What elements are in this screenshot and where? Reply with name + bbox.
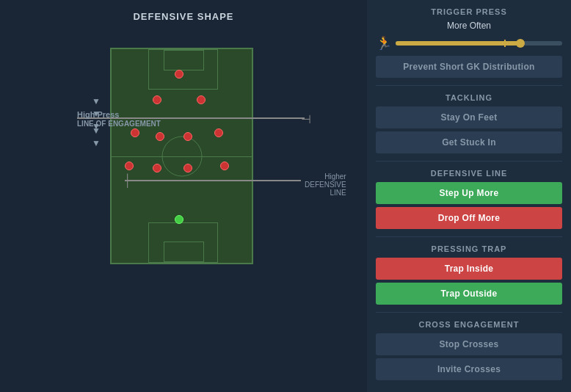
player-dot	[214, 128, 223, 137]
drop-off-more-btn[interactable]: Drop Off More	[376, 207, 562, 229]
field-container: ▼ ▼ ▼ ▼ ▼ ⊣ ├ High Press LINE OF ENGAGEM…	[51, 29, 316, 279]
player-dot	[183, 164, 192, 173]
slider-tick	[504, 40, 506, 47]
defensive-line-label: Higher DEFENSIVE LINE	[305, 173, 346, 197]
tackling-section: TACKLING Stay On Feet Get Stuck In	[376, 93, 562, 153]
prevent-short-gk-btn[interactable]: Prevent Short GK Distribution	[376, 56, 562, 78]
slider-thumb[interactable]	[516, 39, 525, 48]
trigger-press-title: TRIGGER PRESS	[376, 7, 562, 16]
player-dot	[125, 161, 134, 170]
left-title: DEFENSIVE SHAPE	[133, 11, 233, 22]
defensive-line	[125, 180, 301, 181]
goalkeeper-dot	[175, 215, 183, 224]
left-panel: DEFENSIVE SHAPE	[0, 0, 367, 392]
player-dot	[183, 132, 192, 141]
defensive-line-section: DEFENSIVE LINE Step Up More Drop Off Mor…	[376, 169, 562, 229]
player-dot	[175, 70, 183, 79]
player-dot	[197, 95, 206, 104]
slider-track[interactable]	[396, 41, 562, 46]
trigger-press-slider-container[interactable]: 🏃	[376, 34, 562, 53]
trap-outside-btn[interactable]: Trap Outside	[376, 283, 562, 305]
tick-left: ├	[123, 174, 131, 187]
cross-engagement-title: CROSS ENGAGEMENT	[376, 320, 562, 329]
player-dot	[153, 164, 161, 173]
runner-icon: 🏃	[376, 35, 392, 51]
tick-right: ⊣	[301, 112, 311, 126]
trigger-press-subtitle: More Often	[376, 21, 562, 31]
defensive-line-title: DEFENSIVE LINE	[376, 169, 562, 178]
trap-inside-btn[interactable]: Trap Inside	[376, 258, 562, 280]
high-press-label: High Press LINE OF ENGAGEMENT	[77, 110, 161, 128]
invite-crosses-btn[interactable]: Invite Crosses	[376, 358, 562, 380]
slider-fill	[396, 41, 520, 46]
pressing-trap-title: PRESSING TRAP	[376, 244, 562, 253]
cross-engagement-section: CROSS ENGAGEMENT Stop Crosses Invite Cro…	[376, 320, 562, 380]
pressing-trap-section: PRESSING TRAP Trap Inside Trap Outside	[376, 244, 562, 305]
step-up-more-btn[interactable]: Step Up More	[376, 182, 562, 204]
divider-4	[376, 312, 562, 313]
right-panel: TRIGGER PRESS More Often 🏃 Prevent Short…	[367, 0, 571, 392]
divider-2	[376, 161, 562, 161]
get-stuck-in-btn[interactable]: Get Stuck In	[376, 131, 562, 153]
stop-crosses-btn[interactable]: Stop Crosses	[376, 333, 562, 355]
player-dot	[153, 95, 161, 104]
player-dot	[220, 161, 229, 170]
direction-arrows-2: ▼ ▼	[92, 125, 101, 150]
divider-3	[376, 236, 562, 237]
player-dot	[131, 128, 139, 137]
trigger-press-section: TRIGGER PRESS More Often 🏃 Prevent Short…	[376, 7, 562, 78]
player-dot	[156, 132, 164, 141]
field-overlay	[110, 48, 253, 264]
stay-on-feet-btn[interactable]: Stay On Feet	[376, 106, 562, 128]
tackling-title: TACKLING	[376, 93, 562, 102]
divider-1	[376, 85, 562, 86]
